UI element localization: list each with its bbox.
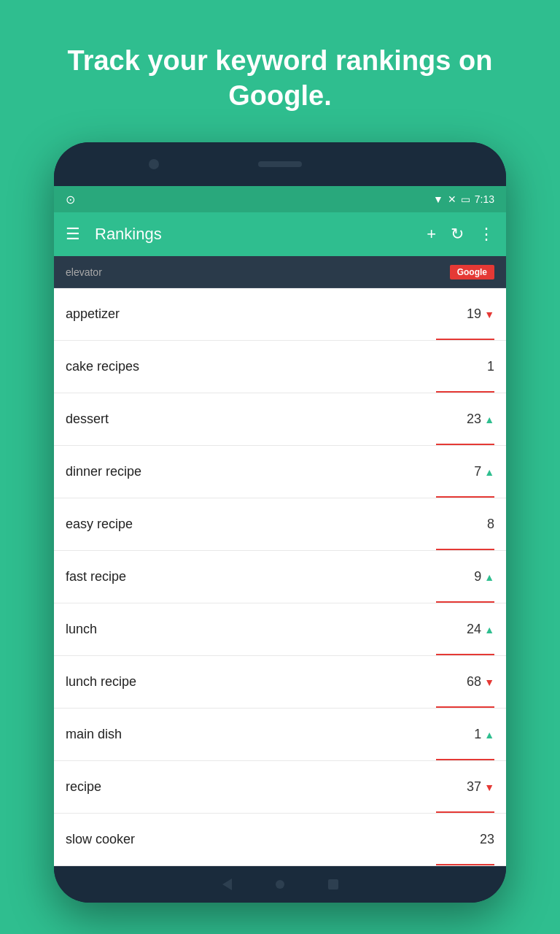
keyword-rank: 24▲ [467, 622, 494, 637]
signal-icon: ✕ [448, 193, 456, 205]
status-time: 7:13 [475, 193, 494, 205]
keyword-name: dinner recipe [66, 464, 474, 479]
trend-down-icon: ▼ [484, 309, 494, 320]
trend-up-icon: ▲ [484, 729, 494, 741]
rank-underline [436, 654, 494, 655]
rank-underline [436, 706, 494, 708]
rank-underline [436, 601, 494, 603]
phone-top-bar [54, 142, 506, 186]
keyword-rank: 23 [480, 832, 494, 847]
app-title: Rankings [95, 225, 412, 244]
keyword-name: slow cooker [66, 832, 480, 847]
rank-number: 7 [474, 464, 481, 479]
rank-underline [436, 391, 494, 393]
google-badge: Google [450, 265, 494, 279]
more-button[interactable]: ⋮ [478, 225, 494, 244]
rank-underline [436, 444, 494, 445]
keyword-row[interactable]: dinner recipe7▲ [54, 446, 506, 498]
keyword-rank: 19▼ [467, 306, 494, 322]
rank-number: 23 [480, 832, 494, 847]
header-partial-keyword: elevator [66, 266, 450, 278]
add-button[interactable]: + [427, 225, 436, 244]
trend-up-icon: ▲ [484, 571, 494, 583]
phone-wrapper: ⊙ ▼ ✕ ▭ 7:13 ☰ Rankings + ↻ ⋮ elevator G… [47, 142, 513, 934]
status-left: ⊙ [66, 193, 75, 207]
rank-number: 9 [474, 569, 481, 584]
phone-speaker [258, 161, 302, 167]
phone-camera [149, 159, 159, 169]
rank-number: 23 [467, 412, 481, 427]
rank-number: 24 [467, 622, 481, 637]
back-nav-icon[interactable] [222, 879, 232, 890]
keyword-row[interactable]: fast recipe9▲ [54, 551, 506, 603]
trend-up-icon: ▲ [484, 414, 494, 425]
keyword-name: fast recipe [66, 569, 474, 584]
keyword-name: dessert [66, 412, 467, 427]
rank-number: 8 [487, 517, 494, 532]
keyword-row[interactable]: cake recipes1 [54, 341, 506, 393]
recents-nav-icon[interactable] [328, 879, 338, 889]
keyword-name: lunch [66, 622, 467, 637]
keyword-row[interactable]: lunch24▲ [54, 603, 506, 656]
keyword-name: easy recipe [66, 517, 487, 532]
keyword-rank: 68▼ [467, 674, 494, 690]
keyword-row[interactable]: easy recipe8 [54, 498, 506, 551]
table-header: elevator Google [54, 256, 506, 288]
rank-number: 37 [467, 779, 481, 795]
keyword-rank: 23▲ [467, 412, 494, 427]
rank-underline [436, 496, 494, 498]
rank-number: 1 [474, 727, 481, 742]
rank-number: 68 [467, 674, 481, 690]
trend-down-icon: ▼ [484, 676, 494, 688]
trend-up-icon: ▲ [484, 466, 494, 478]
keyword-rank: 8 [487, 517, 494, 532]
trend-down-icon: ▼ [484, 781, 494, 793]
hero-title: Track your keyword rankings on Google. [0, 0, 560, 142]
keyword-row[interactable]: lunch recipe68▼ [54, 656, 506, 709]
app-bar: ☰ Rankings + ↻ ⋮ [54, 212, 506, 256]
trend-up-icon: ▲ [484, 624, 494, 636]
phone-frame: ⊙ ▼ ✕ ▭ 7:13 ☰ Rankings + ↻ ⋮ elevator G… [54, 142, 506, 903]
keyword-list: appetizer19▼cake recipes1dessert23▲dinne… [54, 288, 506, 866]
rank-number: 1 [487, 359, 494, 374]
keyword-name: main dish [66, 727, 474, 742]
rank-underline [436, 811, 494, 813]
keyword-rank: 1▲ [474, 727, 494, 742]
wifi-icon: ▼ [433, 193, 443, 205]
keyword-row[interactable]: recipe37▼ [54, 761, 506, 814]
keyword-rank: 1 [487, 359, 494, 374]
rank-underline [436, 759, 494, 760]
keyword-row[interactable]: dessert23▲ [54, 393, 506, 446]
rank-underline [436, 339, 494, 340]
keyword-name: lunch recipe [66, 674, 467, 690]
keyword-row[interactable]: main dish1▲ [54, 709, 506, 761]
phone-bottom-nav [54, 866, 506, 903]
keyword-rank: 9▲ [474, 569, 494, 584]
keyword-row[interactable]: slow cooker23 [54, 814, 506, 866]
history-icon: ⊙ [66, 193, 75, 207]
keyword-rank: 37▼ [467, 779, 494, 795]
rank-underline [436, 549, 494, 550]
battery-icon: ▭ [461, 193, 470, 205]
rank-underline [436, 864, 494, 865]
home-nav-icon[interactable] [276, 880, 284, 889]
keyword-row[interactable]: appetizer19▼ [54, 288, 506, 341]
refresh-button[interactable]: ↻ [451, 225, 464, 244]
rank-number: 19 [467, 306, 481, 322]
keyword-name: cake recipes [66, 359, 487, 374]
menu-button[interactable]: ☰ [66, 225, 80, 244]
app-bar-actions: + ↻ ⋮ [427, 225, 494, 244]
keyword-rank: 7▲ [474, 464, 494, 479]
status-right: ▼ ✕ ▭ 7:13 [433, 193, 494, 205]
keyword-name: appetizer [66, 306, 467, 322]
status-bar: ⊙ ▼ ✕ ▭ 7:13 [54, 186, 506, 212]
keyword-name: recipe [66, 779, 467, 795]
